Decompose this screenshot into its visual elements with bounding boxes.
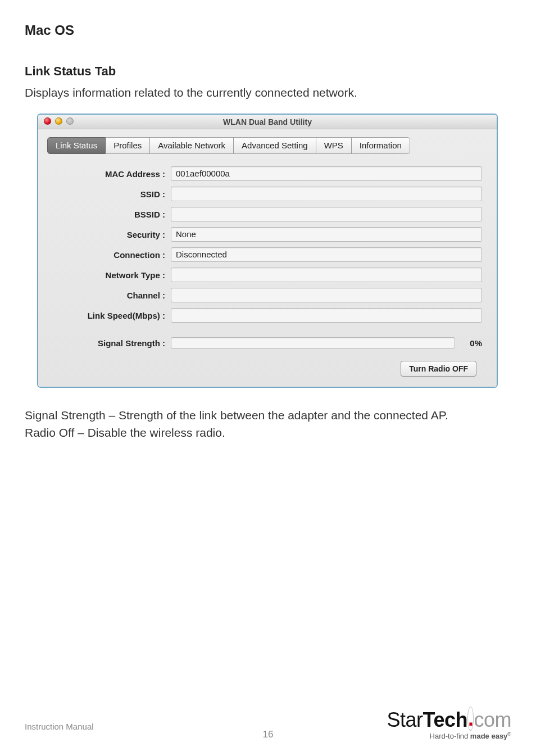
brand-block: StarTech.com Hard-to-find made easy® — [387, 710, 511, 740]
label-ssid: SSID : — [53, 189, 171, 199]
brand-tagline-prefix: Hard-to-find — [430, 732, 470, 740]
label-signal-strength: Signal Strength : — [53, 338, 171, 348]
brand-tagline-easy: made easy — [470, 732, 508, 740]
heading-macos: Mac OS — [25, 22, 511, 38]
row-signal-strength: Signal Strength : 0% — [53, 337, 482, 348]
paragraph-signal-desc: Signal Strength – Strength of the link b… — [25, 407, 511, 424]
brand-tagline: Hard-to-find made easy® — [387, 731, 511, 740]
screenshot-container: WLAN Dual Band Utility Link Status Profi… — [37, 114, 511, 388]
label-connection: Connection : — [53, 250, 171, 260]
label-channel: Channel : — [53, 291, 171, 300]
value-link-speed — [171, 308, 482, 323]
value-bssid — [171, 207, 482, 221]
row-channel: Channel : — [53, 288, 482, 302]
turn-radio-off-button[interactable]: Turn Radio OFF — [401, 361, 476, 377]
brand-tagline-registered-icon: ® — [507, 731, 511, 737]
button-row: Turn Radio OFF — [53, 361, 482, 377]
page-footer: Instruction Manual 16 StarTech.com Hard-… — [25, 701, 511, 740]
tab-profiles[interactable]: Profiles — [106, 137, 150, 154]
row-link-speed: Link Speed(Mbps) : — [53, 308, 482, 323]
label-mac-address: MAC Address : — [53, 169, 171, 179]
row-mac-address: MAC Address : 001aef00000a — [53, 166, 482, 181]
signal-strength-percent: 0% — [455, 338, 482, 348]
document-page: Mac OS Link Status Tab Displays informat… — [0, 0, 536, 756]
brand-logo: StarTech.com — [387, 710, 511, 730]
brand-logo-dot-icon: . — [467, 707, 474, 731]
label-security: Security : — [53, 230, 171, 239]
value-network-type — [171, 268, 482, 282]
signal-strength-bar — [171, 337, 455, 348]
value-connection: Disconnected — [171, 247, 482, 262]
value-security: None — [171, 227, 482, 242]
label-bssid: BSSID : — [53, 210, 171, 219]
paragraph-radio-desc: Radio Off – Disable the wireless radio. — [25, 424, 511, 441]
link-status-fields: MAC Address : 001aef00000a SSID : BSSID … — [47, 163, 488, 377]
heading-link-status-tab: Link Status Tab — [25, 64, 511, 79]
brand-logo-com: com — [474, 708, 511, 731]
mac-window: WLAN Dual Band Utility Link Status Profi… — [37, 114, 498, 388]
brand-logo-star: Star — [387, 708, 423, 731]
row-security: Security : None — [53, 227, 482, 242]
footer-instruction-manual: Instruction Manual — [25, 722, 94, 731]
value-mac-address: 001aef00000a — [171, 166, 482, 181]
row-ssid: SSID : — [53, 187, 482, 201]
tab-available-network[interactable]: Available Network — [150, 137, 234, 154]
value-ssid — [171, 187, 482, 201]
value-channel — [171, 288, 482, 302]
tab-link-status[interactable]: Link Status — [47, 137, 106, 154]
brand-logo-tech: Tech — [423, 708, 467, 731]
window-body: Link Status Profiles Available Network A… — [38, 129, 497, 387]
window-titlebar: WLAN Dual Band Utility — [38, 115, 497, 129]
tab-information[interactable]: Information — [352, 137, 410, 154]
tab-bar: Link Status Profiles Available Network A… — [47, 137, 488, 154]
window-title: WLAN Dual Band Utility — [38, 115, 497, 129]
row-bssid: BSSID : — [53, 207, 482, 221]
tab-wps[interactable]: WPS — [316, 137, 352, 154]
paragraph-intro: Displays information related to the curr… — [25, 84, 511, 101]
row-connection: Connection : Disconnected — [53, 247, 482, 262]
label-link-speed: Link Speed(Mbps) : — [53, 311, 171, 320]
footer-page-number: 16 — [263, 729, 274, 740]
label-network-type: Network Type : — [53, 270, 171, 280]
tab-advanced-setting[interactable]: Advanced Setting — [234, 137, 316, 154]
row-network-type: Network Type : — [53, 268, 482, 282]
